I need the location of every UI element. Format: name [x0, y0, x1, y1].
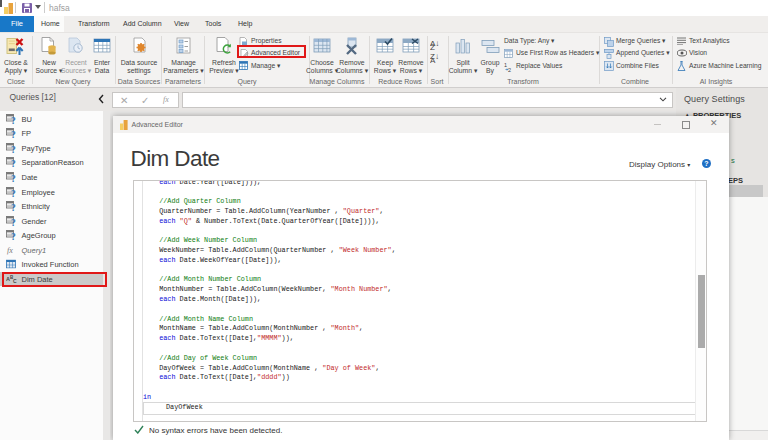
- svg-text:?: ?: [11, 115, 16, 123]
- svg-text:Z: Z: [430, 43, 435, 52]
- svg-text:?: ?: [11, 232, 16, 240]
- svg-text:?: ?: [11, 174, 16, 182]
- svg-text:?: ?: [11, 130, 16, 138]
- svg-text:?: ?: [11, 188, 16, 196]
- svg-text:fx: fx: [7, 246, 13, 255]
- svg-text:1: 1: [504, 62, 507, 68]
- svg-text:?: ?: [11, 145, 16, 153]
- svg-text:?: ?: [11, 217, 16, 225]
- svg-text:?: ?: [11, 159, 16, 167]
- svg-text:?: ?: [11, 203, 16, 211]
